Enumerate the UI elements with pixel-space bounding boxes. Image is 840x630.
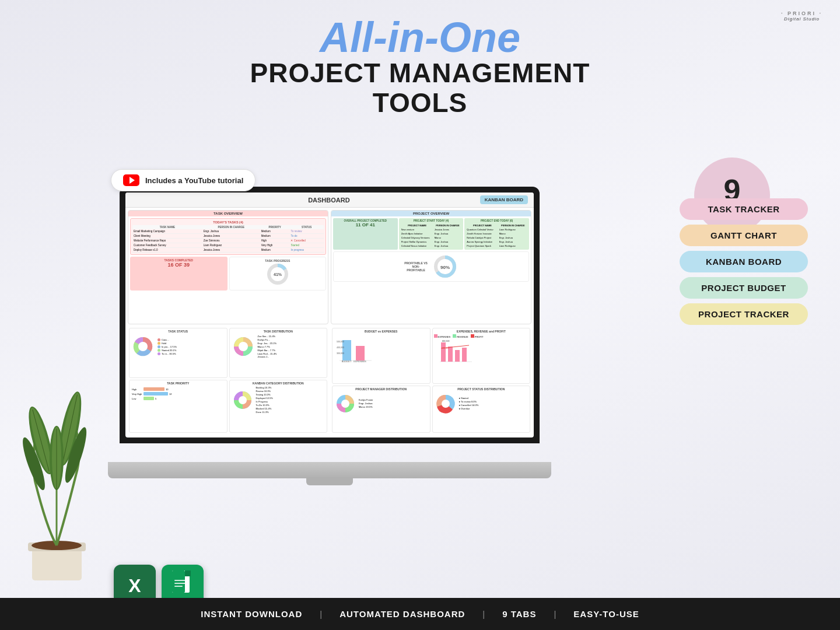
table-row: Email Marketing CampaignEngr. JoshuaMedi…	[132, 229, 324, 234]
svg-rect-24	[462, 348, 467, 362]
laptop: DASHBOARD KANBAN BOARD TASK OVERVIEW TOD…	[108, 187, 551, 478]
svg-text:500,000: 500,000	[337, 341, 344, 343]
task-distribution-panel: TASK DISTRIBUTION Zoe Si	[229, 328, 328, 378]
task-distribution-pie	[231, 334, 256, 359]
logo: · PRIORI · Digital Studio	[781, 10, 822, 22]
left-bottom-panels: TASK STATUS Canc...	[128, 327, 328, 434]
svg-text:266,400: 266,400	[442, 347, 449, 349]
svg-rect-51	[174, 583, 186, 584]
bottom-bar-tabs: 9 TABS	[502, 609, 536, 619]
task-priority-panel: TASK PRIORITY High 10 Very High 12	[129, 380, 228, 433]
task-progress-donut: 41%	[266, 262, 289, 286]
title-all-in-one: All-in-One	[216, 16, 624, 58]
expenses-revenue-panel: EXPENSES, REVENUE and PROFIT EXPENSES RE…	[432, 328, 531, 384]
plant-decoration	[0, 365, 114, 598]
project-overview-panel: PROJECT OVERVIEW OVERALL PROJECT COMPLET…	[331, 210, 531, 324]
today-tasks-title: TODAY'S TASKS (4)	[132, 220, 324, 224]
budget-bar-chart: BUDGET EXPENSES 500,000 400,000 300,000	[334, 334, 372, 363]
col-task-name: TASK NAME	[132, 225, 202, 229]
svg-point-11	[239, 396, 247, 404]
laptop-base	[108, 462, 551, 478]
kanban-board-button[interactable]: KANBAN BOARD	[480, 195, 528, 204]
project-manager-dist-panel: PROJECT MANAGER DISTRIBUTION Evelyn Fost…	[332, 386, 430, 433]
kanban-category-panel: KANBAN CATEGORY DISTRIBUTION	[229, 380, 328, 433]
svg-rect-21	[441, 342, 446, 362]
tab-task-tracker[interactable]: TASK TRACKER	[680, 198, 808, 220]
svg-text:300,000: 300,000	[337, 352, 344, 355]
svg-point-9	[239, 342, 248, 351]
laptop-stand	[306, 477, 353, 485]
revenue-chart: 456,500 266,400	[434, 340, 472, 364]
expenses-revenue-title: EXPENSES, REVENUE and PROFIT	[434, 330, 529, 333]
bottom-bar-instant: INSTANT DOWNLOAD	[201, 609, 302, 619]
main-title-block: All-in-One PROJECT MANAGEMENT TOOLS	[216, 16, 624, 117]
tab-kanban-board[interactable]: KANBAN BOARD	[680, 251, 808, 272]
project-end-box: PROJECT END TODAY (6) PROJECT NAMEPERSON…	[464, 218, 529, 250]
bottom-bar: INSTANT DOWNLOAD | AUTOMATED DASHBOARD |…	[0, 598, 840, 630]
budget-expenses-panel: BUDGET vs EXPENSES BUDGET EXPENSES 500,0…	[332, 328, 430, 384]
dashboard-content: TASK OVERVIEW TODAY'S TASKS (4) TASK NAM…	[125, 208, 534, 436]
task-progress-box: TASK PROGRESS 41%	[229, 257, 327, 290]
task-distribution-title: TASK DISTRIBUTION	[231, 330, 326, 333]
task-status-title: TASK STATUS	[131, 330, 226, 333]
logo-studio: Digital Studio	[781, 16, 822, 22]
project-status-title: PROJECT STATUS DISTRIBUTION	[434, 387, 529, 391]
col-priority: PRIORITY	[260, 225, 290, 229]
overall-project-box: OVERALL PROJECT COMPLETED 11 OF 41	[333, 218, 398, 250]
dashboard-header: DASHBOARD KANBAN BOARD	[125, 192, 534, 208]
profitable-box: PROFITABLE VS NON-PROFITABLE 90%	[333, 251, 529, 282]
dashboard-title: DASHBOARD	[178, 197, 480, 204]
svg-rect-50	[174, 580, 186, 581]
project-overview-header: PROJECT OVERVIEW	[331, 211, 531, 216]
svg-point-31	[442, 400, 450, 408]
tab-project-budget[interactable]: PROJECT BUDGET	[680, 277, 808, 299]
screen-inner: DASHBOARD KANBAN BOARD TASK OVERVIEW TOD…	[125, 192, 534, 438]
tab-gantt-chart[interactable]: GANTT CHART	[680, 225, 808, 246]
task-overview-panel: TASK OVERVIEW TODAY'S TASKS (4) TASK NAM…	[128, 210, 328, 324]
table-row: Customer Feedback SurveyLiam RodriguezVe…	[132, 243, 324, 248]
bottom-bar-easy: EASY-TO-USE	[573, 609, 639, 619]
youtube-play-icon	[130, 177, 135, 184]
tasks-completed-value: 16 OF 39	[132, 262, 226, 268]
col-person: PERSON IN CHARGE	[202, 225, 260, 229]
svg-point-7	[138, 342, 148, 351]
youtube-icon	[123, 174, 139, 186]
task-priority-title: TASK PRIORITY	[131, 382, 226, 385]
tab-project-tracker[interactable]: PROJECT TRACKER	[680, 303, 808, 325]
svg-rect-13	[342, 340, 351, 360]
svg-text:BUDGET: BUDGET	[342, 360, 352, 363]
kanban-category-title: KANBAN CATEGORY DISTRIBUTION	[231, 382, 326, 385]
svg-text:EXPENSES: EXPENSES	[354, 360, 366, 363]
svg-text:400,000: 400,000	[337, 346, 344, 349]
svg-text:456,500: 456,500	[442, 340, 449, 342]
pm-pie	[334, 392, 357, 415]
task-overview-header: TASK OVERVIEW	[128, 211, 328, 216]
plant-svg	[0, 365, 114, 598]
tasks-completed-box: TASKS COMPLETED 16 OF 39	[130, 257, 228, 290]
today-tasks-table: TASK NAME PERSON IN CHARGE PRIORITY STAT…	[132, 225, 324, 253]
project-status-pie	[434, 392, 457, 415]
youtube-badge[interactable]: Includes a YouTube tutorial	[111, 169, 256, 191]
pm-dist-title: PROJECT MANAGER DISTRIBUTION	[334, 387, 429, 391]
logo-brand: · PRIORI ·	[781, 10, 822, 16]
bottom-bar-automated: AUTOMATED DASHBOARD	[340, 609, 465, 619]
table-row: Client MeetingJessica JonesMediumTo do	[132, 234, 324, 239]
svg-rect-49	[185, 570, 191, 576]
svg-rect-23	[455, 350, 460, 362]
svg-rect-14	[356, 346, 365, 360]
task-status-panel: TASK STATUS Canc...	[129, 328, 228, 378]
right-bottom-panels: BUDGET vs EXPENSES BUDGET EXPENSES 500,0…	[331, 327, 531, 434]
budget-expenses-title: BUDGET vs EXPENSES	[334, 330, 429, 333]
today-tasks-box: TODAY'S TASKS (4) TASK NAME PERSON IN CH…	[130, 218, 326, 255]
youtube-badge-text: Includes a YouTube tutorial	[145, 176, 243, 185]
project-start-box: PROJECT START TODAY (4) PROJECT NAMEPERS…	[399, 218, 464, 250]
col-status: STATUS	[289, 225, 324, 229]
svg-text:90%: 90%	[440, 265, 450, 270]
kanban-category-pie	[231, 388, 254, 412]
profitable-donut: 90%	[432, 254, 458, 279]
svg-rect-52	[174, 586, 183, 587]
right-tabs-container: TASK TRACKER GANTT CHART KANBAN BOARD PR…	[680, 198, 808, 325]
svg-text:41%: 41%	[274, 272, 282, 276]
svg-point-29	[341, 400, 349, 408]
laptop-screen: DASHBOARD KANBAN BOARD TASK OVERVIEW TOD…	[120, 187, 540, 443]
